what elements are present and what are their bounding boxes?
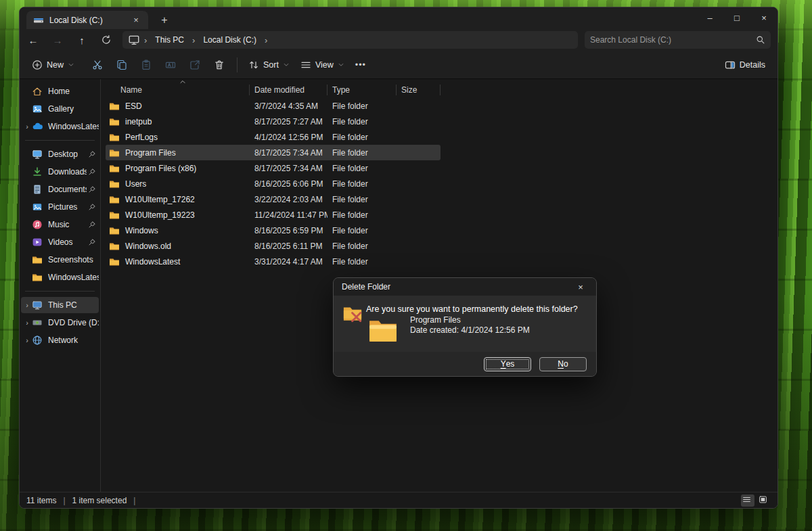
sidebar-item-music[interactable]: Music (21, 216, 99, 233)
table-row[interactable]: Program Files8/17/2025 7:34 AMFile folde… (106, 145, 441, 160)
tab-local-disk[interactable]: Local Disk (C:) × (26, 11, 148, 29)
refresh-icon (101, 34, 112, 45)
paste-button[interactable] (134, 54, 158, 76)
maximize-button[interactable]: □ (723, 7, 750, 28)
file-name: W10Ultemp_17262 (125, 195, 195, 204)
delete-button[interactable] (207, 54, 231, 76)
breadcrumb-chevron-icon[interactable]: › (189, 35, 198, 45)
sidebar-item-label: WindowsLatest (48, 273, 99, 282)
folder-icon (109, 147, 120, 158)
forward-button[interactable]: → (45, 31, 70, 49)
sidebar-item-dvd-drive-d-ccc[interactable]: ›DVD Drive (D:) CCC (21, 315, 99, 331)
chevron-right-icon[interactable]: › (22, 336, 32, 344)
table-row[interactable]: PerfLogs4/1/2024 12:56 PMFile folder (106, 129, 441, 145)
explorer-window: Local Disk (C:) × + – □ × ← → ↑ › This P… (19, 7, 778, 509)
search-icon (756, 35, 765, 45)
new-button[interactable]: New (26, 54, 80, 76)
view-button[interactable]: View (295, 54, 350, 76)
breadcrumb-chevron-icon[interactable]: › (141, 35, 150, 45)
sidebar-item-pictures[interactable]: Pictures (21, 199, 99, 215)
back-button[interactable]: ← (21, 31, 45, 49)
copy-button[interactable] (110, 54, 134, 76)
sidebar: HomeGallery›WindowsLatest - PeDesktopDow… (20, 79, 101, 492)
tab-title: Local Disk (C:) (49, 16, 124, 25)
table-row[interactable]: ESD3/7/2024 4:35 AMFile folder (106, 98, 441, 114)
sidebar-item-videos[interactable]: Videos (21, 234, 99, 250)
sidebar-item-gallery[interactable]: Gallery (21, 101, 99, 117)
dialog-close-icon[interactable]: × (573, 282, 588, 292)
file-name: Windows (125, 226, 158, 235)
pictures-icon (32, 202, 43, 212)
folder-icon (109, 116, 120, 127)
up-button[interactable]: ↑ (70, 31, 94, 49)
type-cell: File folder (328, 164, 397, 173)
table-row[interactable]: Windows.old8/16/2025 6:11 PMFile folder (106, 238, 441, 254)
table-row[interactable]: W10Ultemp_1922311/24/2024 11:47 PMFile f… (106, 207, 441, 223)
table-row[interactable]: Program Files (x86)8/17/2025 7:34 AMFile… (106, 160, 441, 176)
table-row[interactable]: inetpub8/17/2025 7:27 AMFile folder (106, 114, 441, 129)
thumbnail-view-toggle[interactable] (757, 494, 771, 507)
chevron-right-icon[interactable]: › (22, 122, 32, 131)
rename-button[interactable] (158, 54, 183, 76)
chevron-right-icon[interactable]: › (22, 319, 32, 327)
no-button[interactable]: No (539, 357, 587, 371)
toolbar-divider (237, 57, 238, 72)
share-button[interactable] (183, 54, 207, 76)
sidebar-item-network[interactable]: ›Network (21, 332, 99, 348)
type-cell: File folder (328, 117, 397, 126)
folder-icon (109, 163, 120, 174)
sidebar-item-downloads[interactable]: Downloads (21, 164, 99, 180)
column-date-modified[interactable]: Date modified (250, 85, 328, 95)
sidebar-item-windowslatest[interactable]: WindowsLatest (21, 269, 99, 285)
yes-button[interactable]: Yes (484, 357, 531, 371)
more-button[interactable]: ••• (350, 54, 371, 76)
details-button[interactable]: Details (719, 54, 771, 76)
breadcrumb-this-pc[interactable]: This PC (151, 35, 188, 45)
breadcrumb-chevron-icon[interactable]: › (262, 35, 270, 45)
address-bar[interactable]: › This PC › Local Disk (C:) › (122, 31, 578, 49)
table-row[interactable]: W10Ultemp_172623/22/2024 2:03 AMFile fol… (106, 191, 441, 207)
sidebar-item-label: Music (48, 220, 87, 229)
dialog-item-created: Date created: 4/1/2024 12:56 PM (410, 325, 530, 335)
date-modified-cell: 8/17/2025 7:34 AM (250, 164, 328, 173)
date-modified-cell: 8/17/2025 7:27 AM (250, 117, 328, 126)
close-button[interactable]: × (750, 7, 777, 28)
sidebar-item-label: DVD Drive (D:) CCC (48, 318, 99, 327)
tab-close-icon[interactable]: × (129, 14, 143, 27)
column-type[interactable]: Type (328, 85, 397, 95)
chevron-down-icon (283, 62, 290, 68)
chevron-right-icon[interactable]: › (22, 301, 32, 309)
new-tab-button[interactable]: + (158, 14, 171, 27)
refresh-button[interactable] (94, 31, 118, 49)
sidebar-item-label: Home (48, 87, 99, 96)
folder-icon (32, 272, 43, 283)
copy-icon (116, 60, 127, 70)
file-name: ESD (125, 101, 142, 111)
paste-icon (141, 60, 152, 70)
column-name[interactable]: Name (106, 85, 250, 95)
desktop-icon (32, 149, 43, 160)
table-row[interactable]: WindowsLatest3/31/2024 4:17 AMFile folde… (106, 254, 441, 269)
sidebar-item-desktop[interactable]: Desktop (21, 146, 99, 162)
view-list-icon (300, 60, 311, 70)
sidebar-item-this-pc[interactable]: ›This PC (21, 297, 99, 313)
search-input[interactable] (590, 35, 756, 45)
sidebar-item-windowslatest-pe[interactable]: ›WindowsLatest - Pe (21, 118, 99, 135)
view-toggles (741, 494, 771, 507)
sidebar-item-screenshots[interactable]: Screenshots (21, 252, 99, 268)
file-name-cell: WindowsLatest (106, 256, 250, 267)
sidebar-item-home[interactable]: Home (21, 83, 99, 99)
dialog-title: Delete Folder (342, 282, 390, 292)
column-size[interactable]: Size (397, 85, 441, 95)
sort-button[interactable]: Sort (243, 54, 295, 76)
sidebar-item-documents[interactable]: Documents (21, 181, 99, 198)
chevron-down-icon (68, 62, 74, 68)
cut-button[interactable] (85, 54, 110, 76)
breadcrumb-local-disk[interactable]: Local Disk (C:) (199, 35, 261, 45)
table-row[interactable]: Windows8/16/2025 6:59 PMFile folder (106, 223, 441, 238)
minimize-button[interactable]: – (696, 7, 723, 28)
dialog-message: Are you sure you want to permanently del… (366, 304, 578, 314)
table-row[interactable]: Users8/16/2025 6:06 PMFile folder (106, 176, 441, 191)
date-modified-cell: 8/16/2025 6:11 PM (250, 241, 328, 251)
details-view-toggle[interactable] (741, 494, 754, 507)
